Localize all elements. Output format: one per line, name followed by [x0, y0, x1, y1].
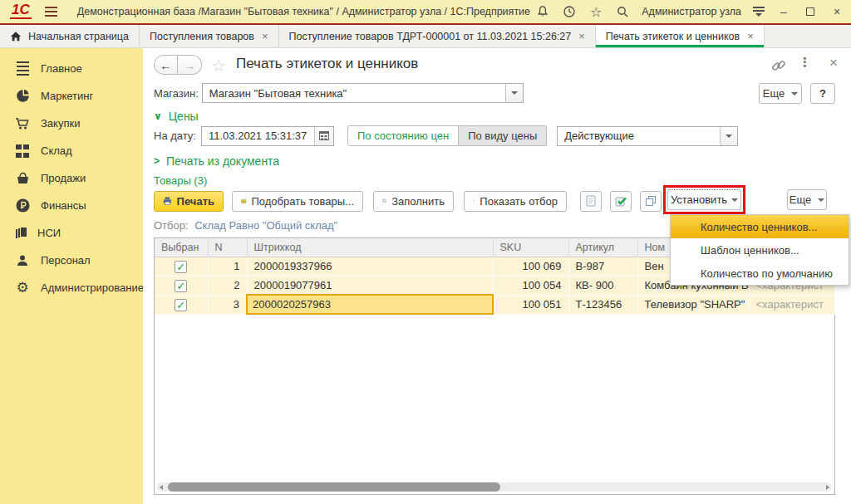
main-menu-icon[interactable] [45, 7, 57, 17]
tab-goods-receipts-list[interactable]: Поступления товаров × [140, 25, 279, 47]
filter-row[interactable]: Отбор: Склад Равно "Общий склад" [154, 219, 337, 232]
close-window-button[interactable]: × [829, 5, 844, 18]
sidebar-item-main[interactable]: Главное [0, 55, 143, 82]
cell-article[interactable]: КВ- 900 [568, 276, 637, 295]
chevron-expanded-icon: ∨ [154, 110, 162, 122]
col-article[interactable]: Артикул [568, 238, 637, 257]
cell-sku[interactable]: 100 051 [493, 295, 568, 314]
favorites-star-icon[interactable]: ☆ [588, 4, 603, 19]
cell-n[interactable]: 2 [208, 276, 247, 295]
toggle-by-price-kind[interactable]: По виду цены [459, 125, 547, 146]
row-checkbox[interactable]: ✓ [175, 261, 187, 273]
col-selected[interactable]: Выбран [155, 238, 208, 257]
row-checkbox[interactable]: ✓ [175, 280, 187, 292]
tab-home[interactable]: Начальная страница [0, 25, 140, 47]
tab-print-labels[interactable]: Печать этикеток и ценников × [596, 25, 765, 47]
grid-icon [15, 144, 30, 159]
toggle-by-price-state[interactable]: По состоянию цен [347, 125, 459, 146]
menu-item-price-tags-quantity[interactable]: Количество ценников... [671, 215, 849, 238]
date-field[interactable]: 11.03.2021 15:31:37 [201, 126, 334, 146]
sidebar-item-finance[interactable]: Финансы [0, 192, 143, 219]
back-button[interactable]: ← [154, 55, 178, 75]
add-to-favorites-star-icon[interactable]: ☆ [211, 56, 226, 76]
sidebar: Главное Маркетинг Закупки Склад Продажи … [0, 48, 143, 504]
sidebar-item-personnel[interactable]: Персонал [0, 247, 143, 274]
history-icon[interactable] [562, 4, 577, 19]
horizontal-scrollbar[interactable] [157, 482, 832, 492]
scrollbar-thumb[interactable] [168, 482, 500, 492]
cell-article[interactable]: В-987 [568, 257, 637, 276]
cell-n[interactable]: 1 [208, 257, 247, 276]
form-more-button[interactable]: Еще [759, 83, 802, 104]
row-checkbox[interactable]: ✓ [175, 299, 187, 311]
cell-sku[interactable]: 100 069 [493, 257, 568, 276]
chevron-down-icon [726, 135, 732, 138]
sidebar-item-label: Финансы [41, 199, 86, 212]
copy-button[interactable] [640, 191, 662, 212]
sidebar-item-nsi[interactable]: НСИ [0, 219, 143, 247]
sidebar-item-administration[interactable]: ⚙ Администрирование [0, 274, 143, 301]
get-link-icon[interactable] [771, 58, 786, 73]
store-dropdown-button[interactable] [505, 84, 523, 102]
price-kind-dropdown-button[interactable] [720, 127, 737, 145]
set-checkmarks-button[interactable] [610, 191, 632, 212]
sidebar-item-purchases[interactable]: Закупки [0, 110, 143, 137]
tab-close-icon[interactable]: × [578, 30, 585, 42]
cell-characteristic[interactable]: <характерист [749, 295, 834, 314]
show-filter-button[interactable]: Показать отбор [464, 191, 567, 212]
fill-label: Заполнить [391, 195, 445, 208]
checkmark-box-icon [615, 195, 627, 208]
table-row[interactable]: ✓ 3 2000020257963 100 051 Т-123456 Телев… [155, 295, 834, 314]
col-sku[interactable]: SKU [493, 238, 568, 257]
cell-sku[interactable]: 100 054 [493, 276, 568, 295]
minimize-button[interactable]: – [776, 5, 791, 18]
cell-barcode[interactable]: 2000019337966 [247, 257, 493, 276]
kebab-menu-icon[interactable]: ⋮ [799, 55, 811, 70]
sidebar-item-warehouse[interactable]: Склад [0, 137, 143, 164]
calendar-button[interactable] [314, 127, 333, 145]
menu-item-default-quantity[interactable]: Количество по умолчанию [671, 262, 849, 285]
set-button[interactable]: Установить [667, 189, 741, 210]
cell-barcode-focused[interactable]: 2000020257963 [247, 295, 493, 314]
service-menu-icon[interactable] [753, 7, 765, 17]
cart-icon [15, 116, 30, 131]
prices-section-header[interactable]: ∨ Цены [154, 110, 199, 123]
cell-article[interactable]: Т-123456 [568, 295, 637, 314]
scroll-left-arrow-icon[interactable] [160, 485, 163, 490]
tab-close-icon[interactable]: × [747, 30, 754, 42]
tab-close-icon[interactable]: × [262, 30, 268, 42]
section-label: Печать из документа [166, 154, 279, 168]
print-button[interactable]: Печать [154, 191, 224, 212]
store-field[interactable]: Магазин "Бытовая техника" [202, 83, 524, 103]
close-form-icon[interactable]: × [829, 55, 838, 71]
sidebar-item-sales[interactable]: Продажи [0, 164, 143, 192]
current-user[interactable]: Администратор узла [642, 6, 741, 17]
menu-item-price-tags-template[interactable]: Шаблон ценников... [671, 238, 849, 262]
sidebar-item-label: Администрирование [41, 281, 144, 294]
col-barcode[interactable]: Штрихкод [247, 238, 493, 257]
search-icon[interactable] [615, 4, 630, 19]
notifications-bell-icon[interactable] [535, 4, 550, 19]
print-labels-form: ← → ☆ Печать этикеток и ценников ⋮ × Маг… [143, 48, 851, 504]
fill-button[interactable]: Заполнить [373, 191, 454, 212]
forward-button[interactable]: → [178, 55, 202, 75]
goods-toolbar: Печать Подобрать товары... Заполнить Пок… [154, 189, 662, 213]
sidebar-item-label: НСИ [37, 227, 61, 239]
pick-goods-button[interactable]: Подобрать товары... [232, 191, 363, 212]
cell-n[interactable]: 3 [208, 295, 247, 314]
help-button[interactable]: ? [810, 83, 835, 104]
printer-icon [163, 195, 172, 207]
col-n[interactable]: N [208, 238, 247, 257]
tab-goods-receipt-document[interactable]: Поступление товаров ТДРТ-000001 от 11.03… [279, 25, 596, 47]
print-label: Печать [177, 195, 214, 208]
scroll-right-arrow-icon[interactable] [826, 485, 829, 490]
print-from-document-section-header[interactable]: > Печать из документа [154, 154, 279, 168]
pick-goods-icon [241, 195, 247, 207]
list-settings-button[interactable] [580, 191, 602, 212]
cell-nomenclature[interactable]: Телевизор "SHARP" [637, 295, 749, 314]
toolbar-more-button[interactable]: Еще [787, 189, 827, 210]
price-kind-field[interactable]: Действующие [557, 126, 738, 146]
cell-barcode[interactable]: 2000019077961 [247, 276, 493, 295]
maximize-button[interactable] [803, 5, 818, 18]
sidebar-item-marketing[interactable]: Маркетинг [0, 82, 143, 110]
